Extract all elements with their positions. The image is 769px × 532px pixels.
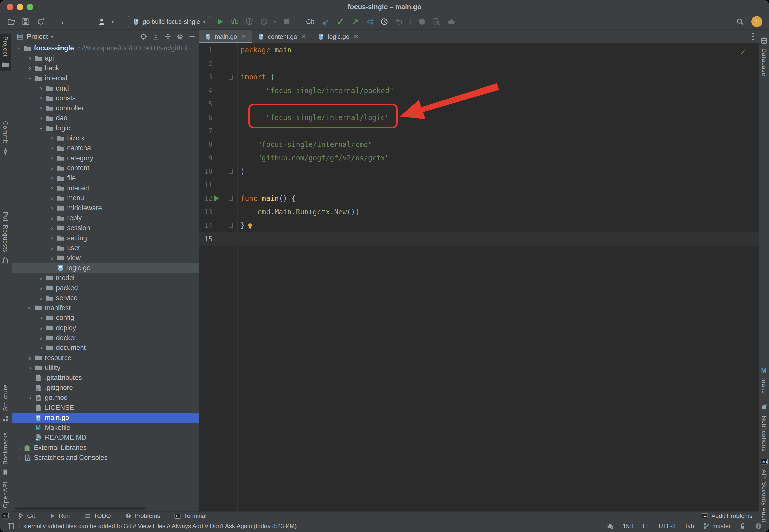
tree-item-consts[interactable]: ›consts: [12, 93, 199, 103]
git-update-icon[interactable]: ↙: [321, 17, 331, 26]
run-configuration-select[interactable]: go build focus-single ▾: [128, 16, 210, 27]
stripe-button-database[interactable]: Database: [759, 34, 769, 79]
forward-icon[interactable]: →: [74, 17, 83, 26]
profiler-icon[interactable]: [259, 17, 269, 26]
toolwindow-terminal[interactable]: Terminal: [174, 512, 207, 519]
line-number[interactable]: 11: [199, 181, 212, 189]
user-profile-icon[interactable]: [97, 17, 106, 26]
tree-item-content[interactable]: ›content: [12, 163, 199, 173]
tree-item-captcha[interactable]: ›captcha: [12, 143, 199, 153]
code-line-1[interactable]: 1package main: [199, 43, 759, 57]
stripe-button-pull-requests[interactable]: Pull Requests: [0, 209, 11, 267]
line-number[interactable]: 1: [199, 46, 212, 54]
chevron-right-icon[interactable]: ›: [48, 144, 56, 152]
chevron-right-icon[interactable]: ›: [26, 54, 34, 62]
tree-item-reply[interactable]: ›reply: [12, 213, 199, 223]
tree-item-packed[interactable]: ›packed: [12, 283, 199, 293]
status-widget-cloudgear[interactable]: [607, 523, 614, 530]
chevron-right-icon[interactable]: ›: [26, 394, 34, 402]
line-number[interactable]: 8: [199, 141, 212, 148]
chevron-right-icon[interactable]: ›: [48, 244, 56, 252]
tab-logic-go[interactable]: logic.go✕: [312, 30, 364, 43]
diff-icon[interactable]: [432, 17, 441, 26]
code-editor[interactable]: 1package main23import (4 _ "focus-single…: [199, 43, 759, 511]
expand-all-icon[interactable]: [152, 33, 159, 40]
close-tab-icon[interactable]: ✕: [353, 33, 359, 40]
search-icon[interactable]: [735, 17, 745, 26]
code-line-10[interactable]: 10): [199, 165, 759, 179]
tree-item-user[interactable]: ›user: [12, 243, 199, 253]
tool-window-widget-icon[interactable]: [7, 522, 15, 530]
fold-marker-icon[interactable]: [229, 169, 233, 174]
line-number[interactable]: 2: [199, 60, 212, 67]
git-merge-icon[interactable]: [365, 17, 374, 26]
back-icon[interactable]: ←: [59, 17, 69, 26]
tab-content-go[interactable]: content.go✕: [252, 30, 312, 43]
code-line-2[interactable]: 2: [199, 57, 759, 71]
tree-item-external-libraries[interactable]: ›External Libraries: [12, 443, 199, 453]
tree-item-menu[interactable]: ›menu: [12, 193, 199, 203]
chevron-right-icon[interactable]: ›: [48, 164, 56, 172]
tree-item-utility[interactable]: ›utility: [12, 363, 199, 373]
chevron-right-icon[interactable]: ›: [15, 444, 23, 452]
status-widget-master[interactable]: master: [703, 523, 731, 530]
tree-item-controller[interactable]: ›controller: [12, 103, 199, 113]
tree-item-session[interactable]: ›session: [12, 223, 199, 233]
tree-item-internal[interactable]: ›internal: [12, 73, 199, 83]
tree-item-setting[interactable]: ›setting: [12, 233, 199, 243]
chevron-right-icon[interactable]: ›: [37, 94, 45, 102]
tree-item-.gitignore[interactable]: .gitignore: [12, 383, 199, 393]
chevron-right-icon[interactable]: ›: [15, 454, 23, 462]
collapse-all-icon[interactable]: [164, 33, 171, 40]
line-number[interactable]: 5: [199, 100, 212, 108]
chevron-right-icon[interactable]: ›: [48, 234, 56, 242]
status-widget-utf-8[interactable]: UTF-8: [659, 523, 676, 530]
chevron-right-icon[interactable]: ›: [37, 314, 45, 322]
tree-item-middleware[interactable]: ›middleware: [12, 203, 199, 213]
code-line-8[interactable]: 8 "focus-single/internal/cmd": [199, 138, 759, 152]
code-line-15[interactable]: 15: [199, 232, 759, 246]
tree-item-logic.go[interactable]: logic.go: [12, 263, 199, 273]
fold-marker-icon[interactable]: [229, 223, 233, 228]
line-number[interactable]: 4: [199, 87, 212, 94]
toolwindow-todo[interactable]: TODO: [84, 512, 111, 519]
tab-options-kebab-icon[interactable]: [752, 30, 754, 43]
tree-item-resource[interactable]: ›resource: [12, 353, 199, 363]
user-dropdown-caret[interactable]: ▾: [111, 19, 114, 25]
shelve-icon[interactable]: [417, 17, 427, 26]
line-number[interactable]: 15: [199, 235, 212, 243]
stripe-button-notifications[interactable]: Notifications: [759, 401, 769, 454]
toolwindow-run[interactable]: Run: [49, 512, 70, 519]
close-tab-icon[interactable]: ✕: [301, 33, 306, 40]
chevron-right-icon[interactable]: ›: [48, 154, 56, 162]
chevron-right-icon[interactable]: ›: [37, 84, 45, 92]
stripe-button-structure[interactable]: Structure: [0, 382, 11, 425]
stripe-button-project[interactable]: Project: [0, 34, 11, 71]
line-number[interactable]: 3: [199, 73, 212, 81]
line-number[interactable]: 12: [199, 195, 212, 202]
status-widget-lock[interactable]: [739, 523, 746, 530]
code-line-3[interactable]: 3import (: [199, 70, 759, 84]
fold-marker-icon[interactable]: [229, 196, 233, 201]
rollback-icon[interactable]: [394, 17, 404, 26]
tree-item-go.mod[interactable]: ›go.mod: [12, 393, 199, 403]
tree-item-dao[interactable]: ›dao: [12, 113, 199, 123]
stripe-button-api-security-audit[interactable]: /APIAPI Security Audit: [759, 455, 769, 525]
sync-icon[interactable]: [36, 17, 45, 26]
project-horizontal-scrollbar[interactable]: [15, 507, 146, 510]
line-number[interactable]: 14: [199, 222, 212, 229]
tree-item-bizctx[interactable]: ›bizctx: [12, 133, 199, 143]
tree-item-makefile[interactable]: MMakefile: [12, 423, 199, 433]
toolwindow-problems[interactable]: Problems: [125, 512, 160, 519]
tree-item-main.go[interactable]: main.go: [12, 413, 199, 423]
git-push-icon[interactable]: ↗: [350, 17, 360, 26]
tree-item-cmd[interactable]: ›cmd: [12, 83, 199, 93]
locate-file-icon[interactable]: [140, 33, 147, 40]
line-number[interactable]: 13: [199, 208, 212, 216]
profiler-dropdown-caret[interactable]: ▾: [274, 19, 276, 25]
line-number[interactable]: 10: [199, 168, 212, 175]
save-icon[interactable]: [21, 17, 31, 26]
status-widget-15-1[interactable]: 15:1: [623, 523, 634, 530]
coverage-icon[interactable]: [245, 17, 254, 26]
tree-item-config[interactable]: ›config: [12, 313, 199, 323]
